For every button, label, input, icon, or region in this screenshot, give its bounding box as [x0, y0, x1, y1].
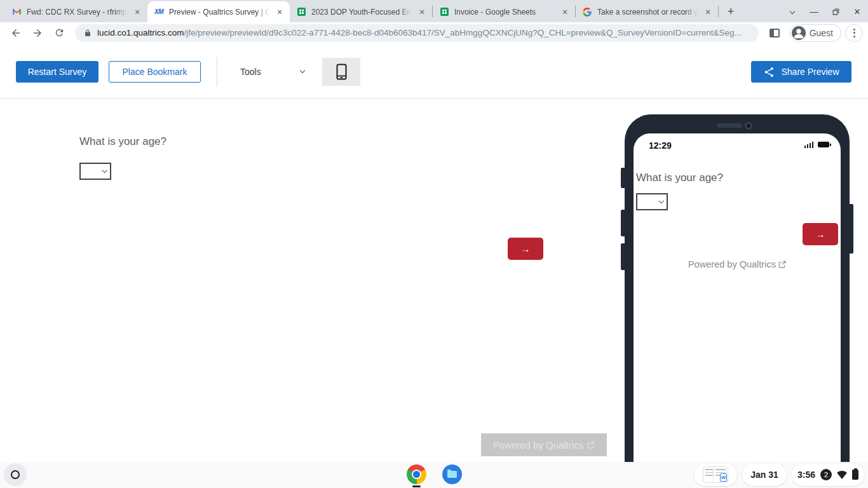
survey-question: What is your age?	[79, 135, 166, 148]
xm-icon: XM	[154, 7, 164, 17]
files-icon[interactable]	[442, 464, 462, 484]
wifi-icon	[837, 471, 847, 479]
powered-by-label: Powered by Qualtrics	[688, 259, 776, 269]
google-icon	[582, 7, 592, 17]
forward-button[interactable]	[29, 24, 46, 42]
next-button-mobile[interactable]: →	[803, 223, 838, 245]
sheets-icon	[296, 7, 306, 17]
side-panel-button[interactable]	[766, 24, 783, 42]
survey-question-mobile: What is your age?	[636, 172, 723, 184]
powered-by-qualtrics-link-mobile[interactable]: Powered by Qualtrics	[634, 259, 841, 269]
tab-title: Invoice - Google Sheets	[454, 8, 555, 17]
folder-icon	[447, 471, 457, 478]
tab-title: Take a screenshot or record yo	[597, 8, 698, 17]
chevron-down-icon	[299, 68, 304, 73]
calendar-date-button[interactable]: Jan 31	[742, 463, 787, 486]
tab-title: Preview - Qualtrics Survey | Qu	[169, 8, 269, 17]
battery-icon	[852, 470, 858, 480]
back-button[interactable]	[7, 24, 25, 42]
age-dropdown[interactable]	[79, 163, 111, 180]
phone-power-button	[849, 204, 853, 254]
tab-search-button[interactable]	[782, 3, 803, 20]
close-icon[interactable]: ✕	[132, 7, 142, 17]
share-preview-label: Share Preview	[781, 67, 839, 77]
tab-strip: Fwd: CDC RX Survey - rfrimpon ✕ XM Previ…	[0, 0, 868, 22]
mobile-icon	[336, 64, 347, 80]
external-link-icon	[587, 441, 595, 449]
url-text: lucid.co1.qualtrics.com/jfe/preview/prev…	[97, 28, 742, 37]
close-icon[interactable]: ✕	[417, 7, 427, 17]
tab-qualtrics-preview[interactable]: XM Preview - Qualtrics Survey | Qu ✕	[147, 1, 290, 22]
close-icon[interactable]: ✕	[560, 7, 570, 17]
tools-dropdown[interactable]: Tools	[240, 61, 304, 83]
arrow-right-icon: →	[521, 243, 531, 254]
chrome-active-indicator	[412, 485, 421, 487]
doc-badge-icon: W	[720, 473, 727, 482]
tab-separator	[718, 6, 719, 17]
powered-by-qualtrics-link[interactable]: Powered by Qualtrics	[481, 433, 607, 456]
reload-button[interactable]	[50, 24, 68, 42]
qualtrics-preview-header: Restart Survey Place Bookmark Tools	[0, 43, 868, 99]
minimize-button[interactable]: —	[803, 3, 825, 20]
age-dropdown-mobile[interactable]	[636, 193, 668, 210]
launcher-button[interactable]	[4, 463, 27, 486]
signal-icon	[804, 142, 814, 148]
close-icon[interactable]: ✕	[275, 7, 285, 17]
arrow-right-icon: →	[816, 229, 825, 240]
powered-by-label: Powered by Qualtrics	[493, 440, 584, 451]
phone-camera	[745, 122, 752, 130]
browser-window: Fwd: CDC RX Survey - rfrimpon ✕ XM Previ…	[0, 0, 868, 462]
chromeos-shelf: W Jan 31 3:56 2	[0, 462, 868, 488]
chrome-icon[interactable]	[407, 464, 426, 484]
place-bookmark-button[interactable]: Place Bookmark	[109, 61, 201, 83]
battery-icon	[818, 142, 829, 147]
tab-sheets-dop[interactable]: 2023 DOP Youth-Focused Env ✕	[290, 1, 432, 22]
chevron-down-icon	[790, 9, 795, 14]
close-icon[interactable]: ✕	[703, 7, 713, 17]
url-path: /jfe/preview/previewId/d9c3c022-a771-442…	[184, 28, 742, 37]
side-panel-icon	[770, 29, 780, 37]
tab-title: Fwd: CDC RX Survey - rfrimpon	[27, 8, 127, 17]
phone-speaker	[717, 123, 742, 128]
shelf-date: Jan 31	[750, 470, 778, 480]
browser-toolbar: lucid.co1.qualtrics.com/jfe/preview/prev…	[0, 22, 868, 43]
chromeos-screen: Fwd: CDC RX Survey - rfrimpon ✕ XM Previ…	[0, 0, 868, 488]
restore-button[interactable]	[825, 3, 846, 20]
tools-label: Tools	[240, 67, 261, 77]
guest-avatar-icon	[792, 26, 806, 40]
chevron-down-icon	[102, 168, 107, 173]
tab-gmail[interactable]: Fwd: CDC RX Survey - rfrimpon ✕	[5, 1, 147, 22]
gmail-icon	[11, 7, 22, 17]
toolbar-divider	[217, 57, 217, 86]
restart-survey-button[interactable]: Restart Survey	[16, 61, 98, 83]
share-preview-button[interactable]: Share Preview	[751, 61, 851, 83]
mobile-view-toggle[interactable]	[322, 58, 360, 86]
external-link-icon	[778, 261, 786, 268]
profile-label: Guest	[810, 28, 833, 38]
sheets-icon	[439, 7, 449, 17]
browser-menu-button[interactable]	[845, 24, 863, 42]
new-tab-button[interactable]: +	[722, 3, 739, 20]
phone-status-time: 12:29	[649, 140, 672, 151]
phone-status-icons	[804, 142, 830, 148]
notification-badge: 2	[820, 469, 832, 480]
holding-space-button[interactable]: W	[694, 463, 737, 486]
launcher-icon	[11, 470, 20, 479]
close-window-button[interactable]: ✕	[846, 3, 868, 20]
next-button[interactable]: →	[508, 238, 543, 260]
tab-google-help[interactable]: Take a screenshot or record yo ✕	[576, 1, 718, 22]
status-tray[interactable]: 3:56 2	[792, 463, 864, 486]
profile-chip[interactable]: Guest	[789, 24, 841, 42]
shelf-time: 3:56	[797, 470, 815, 480]
lock-icon[interactable]	[84, 29, 92, 37]
tab-sheets-invoice[interactable]: Invoice - Google Sheets ✕	[433, 1, 575, 22]
chevron-down-icon	[658, 198, 663, 203]
address-bar[interactable]: lucid.co1.qualtrics.com/jfe/preview/prev…	[75, 24, 759, 42]
share-icon	[763, 66, 775, 78]
tab-title: 2023 DOP Youth-Focused Env	[311, 8, 412, 17]
screenshot-thumbnail[interactable]: W	[713, 466, 728, 483]
url-domain: lucid.co1.qualtrics.com	[97, 28, 184, 37]
